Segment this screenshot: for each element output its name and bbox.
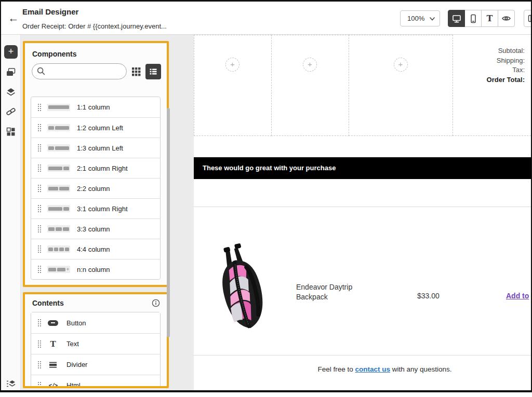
content-item-button[interactable]: Button xyxy=(31,312,160,333)
button-icon xyxy=(46,320,60,326)
list-view-button[interactable] xyxy=(145,64,161,79)
drag-handle-icon[interactable] xyxy=(38,382,42,389)
component-label: 1:2 column Left xyxy=(77,124,123,132)
component-label: n:n column xyxy=(77,266,110,273)
email-designer-window: Email Designer Order Receipt: Order # {{… xyxy=(0,0,532,397)
components-list: 1:1 column 1:2 column Left 1:3 column Le… xyxy=(31,97,161,280)
content-label: Text xyxy=(66,340,79,348)
content-label: Button xyxy=(66,319,86,327)
monitor-icon xyxy=(452,14,461,23)
component-item-4-4-column[interactable]: 4:4 column xyxy=(31,239,160,259)
content-item-text[interactable]: Text xyxy=(31,333,160,354)
component-label: 1:1 column xyxy=(77,103,110,111)
component-item-1-3-column-left[interactable]: 1:3 column Left xyxy=(31,138,160,158)
column-preview-icon xyxy=(47,205,70,212)
product-image[interactable] xyxy=(217,241,268,336)
component-search-input[interactable] xyxy=(32,63,127,79)
contents-list: Button Text Divider Html xyxy=(31,312,161,388)
contents-panel: Contents Button Text xyxy=(23,292,169,388)
zoom-level-select[interactable]: 100% xyxy=(400,10,440,26)
order-totals: Subtotal: Shipping: Tax: Order Total: xyxy=(487,46,525,85)
content-item-html[interactable]: Html xyxy=(31,375,160,388)
product-name: Endeavor Daytrip Backpack xyxy=(296,282,384,302)
column-preview-icon xyxy=(47,245,70,253)
placeholder-cell[interactable] xyxy=(349,35,453,136)
drag-handle-icon[interactable] xyxy=(38,340,42,348)
component-item-3-1-column-right[interactable]: 3:1 column Right xyxy=(31,198,160,218)
info-icon[interactable] xyxy=(152,299,160,307)
add-fragment-icon[interactable] xyxy=(225,58,240,72)
drag-handle-icon[interactable] xyxy=(38,319,42,326)
preview-button[interactable] xyxy=(498,10,515,27)
drag-handle-icon[interactable] xyxy=(38,225,42,232)
drag-handle-icon[interactable] xyxy=(38,266,42,273)
column-preview-icon xyxy=(47,165,70,172)
content-blocks-icon[interactable] xyxy=(6,127,16,137)
component-item-2-2-column[interactable]: 2:2 column xyxy=(31,178,160,198)
panel-scrollbar[interactable] xyxy=(167,108,170,337)
components-panel: Components 1:1 column 1:2 column Left xyxy=(23,41,169,287)
content-label: Html xyxy=(66,381,81,388)
section-divider xyxy=(194,207,531,207)
tax-label: Tax: xyxy=(487,65,525,75)
structure-tree-icon[interactable] xyxy=(6,379,16,389)
list-view-icon xyxy=(149,67,158,76)
add-fragment-icon[interactable] xyxy=(394,58,408,72)
components-panel-title: Components xyxy=(32,50,77,58)
add-fragment-icon[interactable] xyxy=(303,58,317,72)
drag-handle-icon[interactable] xyxy=(38,361,42,368)
desktop-preview-button[interactable] xyxy=(448,10,465,27)
add-content-button[interactable] xyxy=(4,45,18,59)
column-preview-icon: + xyxy=(47,266,70,273)
component-item-3-3-column[interactable]: 3:3 column xyxy=(31,218,160,239)
section-divider xyxy=(194,355,531,355)
drag-handle-icon[interactable] xyxy=(38,245,42,253)
column-preview-icon xyxy=(47,124,70,131)
drag-handle-icon[interactable] xyxy=(38,205,42,212)
frame-border xyxy=(0,390,532,392)
assets-icon[interactable] xyxy=(6,67,16,77)
promo-banner[interactable]: These would go great with your purchase xyxy=(194,157,531,179)
divider-icon xyxy=(46,360,60,369)
subtotal-label: Subtotal: xyxy=(487,46,525,56)
component-label: 2:2 column xyxy=(77,185,110,193)
component-label: 3:3 column xyxy=(77,225,110,233)
component-label: 2:1 column Right xyxy=(77,165,128,172)
placeholder-cell[interactable] xyxy=(271,35,349,136)
column-preview-icon xyxy=(47,144,70,152)
mobile-preview-button[interactable] xyxy=(464,10,482,27)
back-arrow-button[interactable] xyxy=(6,11,21,25)
contact-us-link[interactable]: contact us xyxy=(355,365,390,373)
text-icon xyxy=(46,339,60,349)
component-label: 1:3 column Left xyxy=(77,144,123,152)
contents-panel-title: Contents xyxy=(32,299,64,307)
html-icon xyxy=(46,382,60,388)
content-item-divider[interactable]: Divider xyxy=(31,354,160,375)
column-preview-icon xyxy=(47,225,70,232)
drag-handle-icon[interactable] xyxy=(38,144,42,152)
component-item-2-1-column-right[interactable]: 2:1 column Right xyxy=(31,158,160,178)
drag-handle-icon[interactable] xyxy=(38,165,42,172)
component-label: 3:1 column Right xyxy=(77,205,128,213)
footer-text: Feel free to contact us with any questio… xyxy=(194,365,531,373)
layers-icon[interactable] xyxy=(6,87,16,97)
content-label: Divider xyxy=(66,361,87,368)
placeholder-cell[interactable] xyxy=(194,35,272,136)
chevron-down-icon xyxy=(430,17,435,21)
drag-handle-icon[interactable] xyxy=(38,185,42,192)
order-total-label: Order Total: xyxy=(487,75,525,85)
component-item-1-2-column-left[interactable]: 1:2 column Left xyxy=(31,117,160,138)
text-icon xyxy=(487,13,493,23)
component-item-1-1-column[interactable]: 1:1 column xyxy=(31,97,160,117)
zoom-level-value: 100% xyxy=(407,15,424,22)
component-item-n-n-column[interactable]: + n:n column xyxy=(31,259,160,279)
product-price: $33.00 xyxy=(417,292,440,300)
grid-view-icon[interactable] xyxy=(131,66,141,77)
drag-handle-icon[interactable] xyxy=(38,104,42,111)
email-canvas: Subtotal: Shipping: Tax: Order Total: Th… xyxy=(194,35,531,390)
text-version-button[interactable] xyxy=(481,10,498,27)
link-icon[interactable] xyxy=(6,106,16,117)
drag-handle-icon[interactable] xyxy=(38,124,42,131)
add-to-cart-link[interactable]: Add to xyxy=(506,292,529,300)
order-totals-cell[interactable]: Subtotal: Shipping: Tax: Order Total: xyxy=(453,35,531,136)
